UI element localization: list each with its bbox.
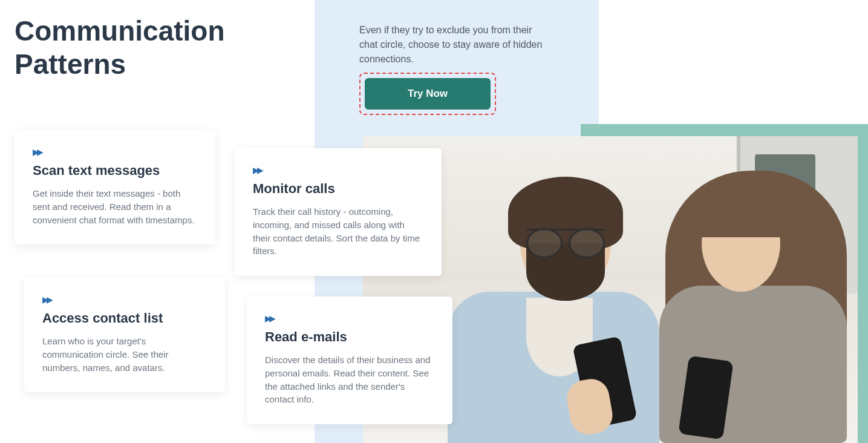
card-description: Discover the details of their business a…	[265, 353, 434, 406]
intro-description: Even if they try to exclude you from the…	[359, 23, 547, 67]
cta-highlight-frame: Try Now	[359, 73, 496, 115]
try-now-button[interactable]: Try Now	[365, 78, 491, 110]
forward-icon: ▶▶	[42, 295, 207, 304]
feature-card-read-emails: ▶▶ Read e-mails Discover the details of …	[247, 297, 452, 424]
forward-icon: ▶▶	[33, 147, 197, 157]
card-title: Access contact list	[42, 310, 207, 326]
page-title: Communication Patterns	[15, 15, 225, 81]
card-description: Track their call history - outcoming, in…	[253, 205, 423, 258]
card-title: Monitor calls	[253, 181, 423, 197]
feature-card-access-contact-list: ▶▶ Access contact list Learn who is your…	[24, 278, 225, 392]
card-description: Get inside their text messages - both se…	[33, 187, 197, 226]
card-description: Learn who is your target's communication…	[42, 335, 207, 374]
forward-icon: ▶▶	[253, 165, 423, 175]
page-container: Communication Patterns Even if they try …	[0, 0, 868, 443]
feature-card-monitor-calls: ▶▶ Monitor calls Track their call histor…	[235, 148, 442, 276]
feature-card-scan-text-messages: ▶▶ Scan text messages Get inside their t…	[15, 130, 215, 244]
card-title: Scan text messages	[33, 163, 197, 179]
card-title: Read e-mails	[265, 329, 434, 345]
forward-icon: ▶▶	[265, 313, 434, 323]
